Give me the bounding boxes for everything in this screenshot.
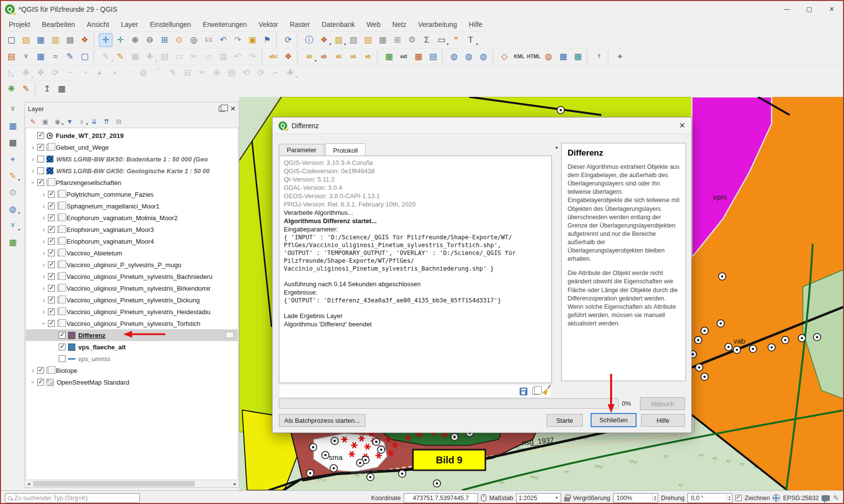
render-checkbox[interactable] bbox=[735, 495, 742, 501]
pan-to-selection-icon[interactable]: ✛ bbox=[114, 33, 127, 47]
scroll-left-icon[interactable]: ◄ bbox=[25, 481, 32, 486]
layer-item-vaccinio-uliginosi-p-sylvestris-p-mugo[interactable]: ›Vaccinio_uliginosi_P_sylvestris_P_mugo bbox=[26, 259, 238, 271]
layer-item-polytrichum-commune-fazies[interactable]: ›Polytrichum_commune_Fazies bbox=[26, 188, 238, 200]
checker-map-plugin-icon[interactable]: ▦ bbox=[55, 82, 68, 96]
float-panel-icon[interactable] bbox=[219, 106, 225, 112]
select-by-value-icon[interactable]: ▤ bbox=[361, 33, 375, 47]
filter-legend-icon[interactable]: ▼ bbox=[64, 116, 75, 127]
help-panel[interactable]: Differenz Dieser Algorithmus extrahiert … bbox=[561, 143, 686, 381]
virtual-raster-icon[interactable]: ▦ bbox=[382, 50, 396, 64]
pin-labels-icon[interactable]: ab▾ bbox=[302, 50, 316, 64]
layer-item-gebiet-und-wege[interactable]: ›Gebiet_und_Wege bbox=[26, 141, 238, 153]
expander-icon[interactable]: › bbox=[29, 143, 37, 151]
csw-globe-icon[interactable]: ◍ bbox=[477, 50, 490, 64]
new-shapefile-icon[interactable]: ▢ bbox=[78, 50, 91, 64]
layer-item-differenz[interactable]: Differenz bbox=[26, 329, 238, 341]
save-log-icon[interactable] bbox=[520, 388, 527, 395]
menu-bearbeiten[interactable]: Bearbeiten bbox=[36, 19, 81, 30]
lock-scale-icon[interactable] bbox=[564, 497, 570, 502]
style-manager-icon[interactable]: ❖ bbox=[78, 33, 91, 47]
menu-netz[interactable]: Netz bbox=[387, 19, 412, 30]
new-bookmark-icon[interactable]: ⚑ bbox=[260, 33, 274, 47]
zoom-out-icon[interactable]: ⊖ bbox=[143, 33, 157, 47]
menu-projekt[interactable]: Projekt bbox=[3, 19, 36, 30]
expander-icon[interactable]: › bbox=[29, 367, 37, 374]
move-label-icon[interactable]: ab bbox=[332, 50, 345, 64]
add-delimited-text-icon[interactable]: ✎ bbox=[63, 50, 77, 64]
add-raster-layer-icon[interactable]: ▦ bbox=[34, 50, 47, 64]
layer-checkbox[interactable] bbox=[48, 308, 55, 315]
layer-checkbox[interactable] bbox=[48, 320, 55, 327]
manage-themes-icon[interactable]: ◉▾ bbox=[52, 116, 63, 127]
layer-checkbox[interactable] bbox=[48, 214, 55, 221]
tab-parameter[interactable]: Parameter bbox=[279, 144, 324, 156]
swatch-checker-icon[interactable]: ▩ bbox=[6, 136, 20, 149]
new-project-icon[interactable]: ▢ bbox=[4, 33, 18, 47]
expander-icon[interactable]: › bbox=[29, 155, 37, 163]
expander-icon[interactable]: › bbox=[29, 378, 37, 387]
refresh-icon[interactable]: ⟳ bbox=[281, 33, 295, 47]
expander-icon[interactable]: › bbox=[29, 167, 37, 175]
menu-datenbank[interactable]: Datenbank bbox=[316, 19, 361, 30]
expander-icon[interactable]: › bbox=[40, 273, 48, 280]
collapse-help-icon[interactable]: ◄ bbox=[554, 145, 558, 150]
layers-panel-icon[interactable]: ▦ bbox=[6, 119, 20, 133]
search-dock-icon[interactable]: ⊙ bbox=[6, 185, 20, 199]
zoom-to-layer-icon[interactable]: ◎ bbox=[187, 33, 201, 47]
close-dialog-button[interactable]: Schließen bbox=[591, 413, 637, 427]
layer-checkbox[interactable] bbox=[48, 261, 55, 268]
batch-process-button[interactable]: Als Batchprozess starten... bbox=[279, 414, 365, 427]
layer-item-vaccinio-uliginosi-pinetum-sylvestris-to[interactable]: ›Vaccinio_uliginosi_Pinetum_sylvestris_T… bbox=[26, 318, 238, 329]
select-features-icon[interactable]: ▧▾ bbox=[332, 33, 345, 47]
digitize-vector-icon[interactable]: V bbox=[6, 102, 20, 116]
run-feature-action-icon[interactable]: ❖▾ bbox=[317, 33, 331, 47]
layer-checkbox[interactable] bbox=[37, 132, 44, 139]
expander-icon[interactable]: › bbox=[40, 308, 48, 316]
layer-item-eriophorum-vaginatum-molinia-moor2[interactable]: ›Eriophorum_vaginatum_Molinia_Moor2 bbox=[26, 212, 238, 224]
menu-vektor[interactable]: Vektor bbox=[253, 19, 284, 30]
layer-item-pflanzengesellschaften[interactable]: ›Pflanzengesellschaften bbox=[26, 177, 238, 188]
menu-ansicht[interactable]: Ansicht bbox=[81, 19, 115, 30]
layer-item-vps-umriss[interactable]: vps_umriss bbox=[26, 353, 238, 365]
layer-checkbox[interactable] bbox=[48, 191, 55, 198]
menu-hilfe[interactable]: Hilfe bbox=[463, 19, 488, 30]
layer-item-vps-flaeche-alt[interactable]: vps_flaeche_alt bbox=[26, 341, 238, 353]
layer-item-openstreetmap-standard[interactable]: ›OpenStreetMap Standard bbox=[26, 376, 238, 388]
menu-verarbeitung[interactable]: Verarbeitung bbox=[412, 19, 463, 30]
expander-icon[interactable]: › bbox=[40, 320, 48, 328]
north-arrow-plugin-icon[interactable]: ↥ bbox=[40, 82, 54, 96]
data-source-manager-icon[interactable]: ▤ bbox=[4, 50, 18, 64]
zoom-to-selection-icon[interactable]: ⊙ bbox=[172, 33, 186, 47]
gear-icon[interactable]: ⚙ bbox=[405, 33, 419, 47]
processing-plugin-icon[interactable]: ❋ bbox=[4, 82, 18, 96]
menu-einstellungen[interactable]: Einstellungen bbox=[144, 19, 197, 30]
zoom-last-icon[interactable]: ↶ bbox=[216, 33, 230, 47]
layer-item-vaccinio-uliginosi-pinetum-sylvestris-he[interactable]: ›Vaccinio_uliginosi_Pinetum_sylvestris_H… bbox=[26, 306, 238, 318]
measure-icon[interactable]: ▭▾ bbox=[434, 33, 448, 47]
zoom-native-icon[interactable]: 1:1 bbox=[202, 33, 215, 47]
grid-dock-icon[interactable]: ▦ bbox=[6, 235, 20, 249]
spinner-arrows-icon[interactable]: ▲▼ bbox=[652, 495, 658, 502]
start-button[interactable]: Starte bbox=[547, 414, 583, 427]
menu-erweiterungen[interactable]: Erweiterungen bbox=[197, 19, 252, 30]
layer-checkbox[interactable] bbox=[37, 156, 44, 162]
layer-checkbox[interactable] bbox=[48, 238, 55, 245]
tab-protokoll[interactable]: Protokoll bbox=[325, 143, 366, 157]
expander-icon[interactable]: › bbox=[40, 214, 48, 222]
layer-item-funde-wt-2017-2019[interactable]: Funde_WT_2017_2019 bbox=[26, 130, 238, 141]
add-group-icon[interactable]: ▣ bbox=[40, 116, 51, 127]
copy-log-icon[interactable] bbox=[532, 388, 539, 395]
layer-checkbox[interactable] bbox=[37, 144, 44, 151]
log-messages-icon[interactable]: ✎ bbox=[833, 494, 839, 503]
remove-layer-icon[interactable]: ⊟ bbox=[113, 116, 124, 127]
add-vector-layer-icon[interactable]: V bbox=[19, 50, 33, 64]
layer-checkbox[interactable] bbox=[37, 367, 44, 374]
tile-grid-icon[interactable]: ▦ bbox=[556, 50, 570, 64]
zoom-full-icon[interactable]: ⊞ bbox=[158, 33, 171, 47]
expander-icon[interactable]: › bbox=[40, 284, 48, 292]
raster-calculator-icon[interactable]: ▦ bbox=[411, 50, 425, 64]
help-button[interactable]: Hilfe bbox=[641, 414, 685, 427]
mouse-extents-icon[interactable] bbox=[481, 494, 486, 502]
log-output[interactable]: QGIS-Version: 3.10.3-A CoruñaQGIS-Codeve… bbox=[279, 156, 552, 383]
menu-raster[interactable]: Raster bbox=[284, 19, 316, 30]
